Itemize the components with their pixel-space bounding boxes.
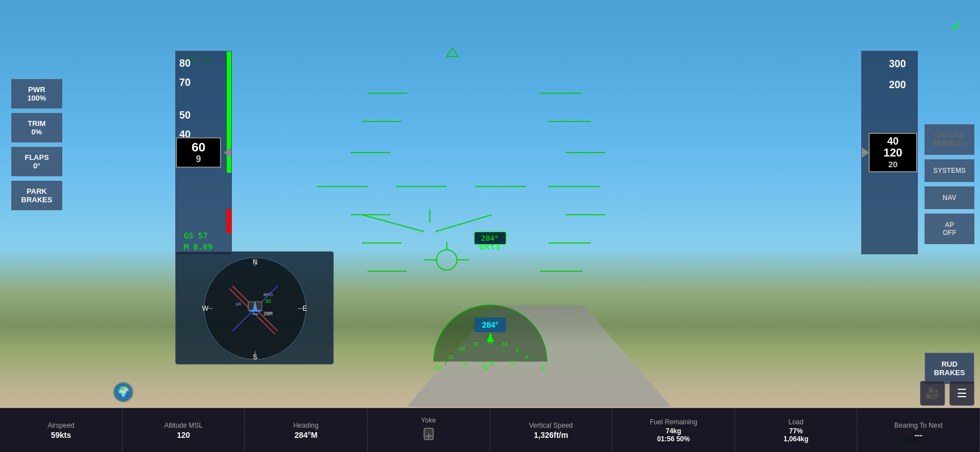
- bearing-label: Bearing To Next: [895, 421, 943, 429]
- hsi-compass: N E S W 28R 1R BFO 33: [175, 251, 334, 364]
- menu-button[interactable]: ☰: [949, 381, 974, 406]
- park-brakes-label: PARK: [20, 187, 54, 195]
- camera-icon: 🎥: [926, 386, 940, 400]
- altitude-tape: 300 200 0 40 120 20: [861, 51, 918, 254]
- airspeed-70: 70: [179, 73, 228, 92]
- left-panel: PWR 100% TRIM 0% FLAPS 0° PARK BRAKES: [11, 79, 62, 210]
- airspeed-80: 80: [179, 54, 228, 73]
- airspeed-status-value: 59kts: [51, 431, 71, 440]
- status-load: Load 77%1,064kg: [735, 408, 858, 452]
- brakes-label: BRAKES: [931, 368, 968, 377]
- alt-200: 200: [865, 75, 910, 95]
- altitude-value-main: 120: [874, 146, 912, 159]
- altitude-value-top: 40: [874, 136, 912, 146]
- svg-text:284°: 284°: [482, 320, 498, 329]
- airspeed-value-sub: 9: [182, 154, 215, 164]
- status-bearing: Bearing To Next ---: [857, 408, 980, 452]
- svg-text:28R: 28R: [264, 311, 273, 316]
- svg-text:BFO: BFO: [264, 292, 273, 297]
- gs-display: GS 57 M 0.09: [184, 231, 213, 253]
- camera-button[interactable]: 🎥: [920, 381, 945, 406]
- vertical-speed-label: Vertical Speed: [529, 421, 573, 429]
- status-bar: Airspeed 59kts Altitude MSL 120 Heading …: [0, 408, 980, 452]
- airspeed-50: 50: [179, 92, 228, 125]
- yoke-value: [417, 425, 440, 444]
- ap-off-button[interactable]: APOFF: [925, 214, 974, 244]
- airspeed-label: Airspeed: [48, 421, 74, 429]
- flaps-value: 0°: [20, 162, 54, 170]
- status-yoke: Yoke: [368, 408, 490, 452]
- flaps-button[interactable]: FLAPS 0°: [11, 147, 62, 176]
- flaps-label: FLAPS: [20, 153, 54, 162]
- altitude-status-value: 120: [177, 431, 190, 440]
- alt-300: 300: [865, 54, 910, 75]
- fuel-value: 74kg01:56 50%: [657, 427, 690, 443]
- airspeed-tape-labels: 80 70 50 40: [176, 51, 231, 146]
- vertical-speed-value: 1,326ft/m: [534, 431, 568, 440]
- airspeed-arrow: [224, 147, 232, 158]
- rud-label: RUD: [931, 360, 968, 368]
- trim-button[interactable]: TRIM 0%: [11, 113, 62, 142]
- gs-value: GS 57: [184, 231, 213, 242]
- svg-text:E: E: [541, 364, 545, 371]
- alt-spacer: [865, 95, 910, 129]
- load-label: Load: [788, 418, 804, 426]
- bearing-value: ---: [914, 431, 922, 440]
- heading-status-value: 284°M: [295, 431, 318, 440]
- park-brakes-sub: BRAKES: [20, 195, 54, 204]
- status-heading: Heading 284°M: [245, 408, 368, 452]
- airspeed-value-main: 60: [182, 141, 215, 154]
- svg-text:33: 33: [265, 298, 271, 304]
- heading-pill: 284°: [474, 232, 506, 245]
- svg-text:✈: ✈: [489, 359, 495, 368]
- airspeed-red-bar: [227, 209, 231, 233]
- pwr-button: PWR 100%: [11, 79, 62, 108]
- nav-button[interactable]: NAV: [925, 186, 974, 209]
- airspeed-current: 60 9: [176, 137, 221, 168]
- heading-compass-hud: W N E 21 24 27 30 33 3 6 284° ✈ E 12 15: [428, 271, 552, 384]
- altitude-label: Altitude MSL: [164, 421, 202, 429]
- svg-text:1R: 1R: [235, 302, 241, 307]
- status-fuel: Fuel Remaining 74kg01:56 50%: [612, 408, 735, 452]
- status-altitude: Altitude MSL 120: [123, 408, 245, 452]
- load-value: 77%1,064kg: [784, 427, 809, 443]
- heading-label: Heading: [293, 421, 319, 429]
- trim-label: TRIM: [20, 119, 54, 128]
- park-brakes-button[interactable]: PARK BRAKES: [11, 181, 62, 210]
- status-vertical-speed: Vertical Speed 1,326ft/m: [490, 408, 613, 452]
- svg-text:12: 12: [462, 362, 468, 367]
- altitude-current: 40 120 20: [869, 133, 917, 172]
- svg-text:24: 24: [459, 346, 465, 351]
- ground-services-button[interactable]: GROUNDSERVICES: [925, 124, 974, 155]
- svg-text:E: E: [482, 362, 486, 368]
- altitude-value-sub: 20: [874, 159, 912, 169]
- svg-text:W: W: [435, 364, 441, 371]
- status-airspeed: Airspeed 59kts: [0, 408, 123, 452]
- trim-value: 0%: [20, 128, 54, 136]
- menu-icon: ☰: [957, 386, 967, 400]
- airspeed-tape: 80 70 50 40 60 9: [175, 51, 232, 254]
- yoke-label: Yoke: [421, 416, 436, 424]
- svg-text:6: 6: [525, 354, 528, 360]
- status-check-icon: ✓: [950, 17, 963, 36]
- bottom-controls: 🎥 ☰: [920, 381, 974, 406]
- fuel-label: Fuel Remaining: [650, 418, 697, 426]
- pwr-label: PWR: [20, 85, 54, 94]
- svg-text:21: 21: [448, 354, 454, 360]
- rud-brakes-button[interactable]: RUD BRAKES: [925, 353, 974, 384]
- svg-text:15: 15: [510, 360, 516, 366]
- pwr-value: 100%: [20, 94, 54, 102]
- altitude-arrow: [861, 147, 869, 158]
- right-panel: GROUNDSERVICES SYSTEMS NAV APOFF: [925, 124, 974, 244]
- globe-icon[interactable]: 🌍: [113, 382, 133, 402]
- systems-button[interactable]: SYSTEMS: [925, 159, 974, 182]
